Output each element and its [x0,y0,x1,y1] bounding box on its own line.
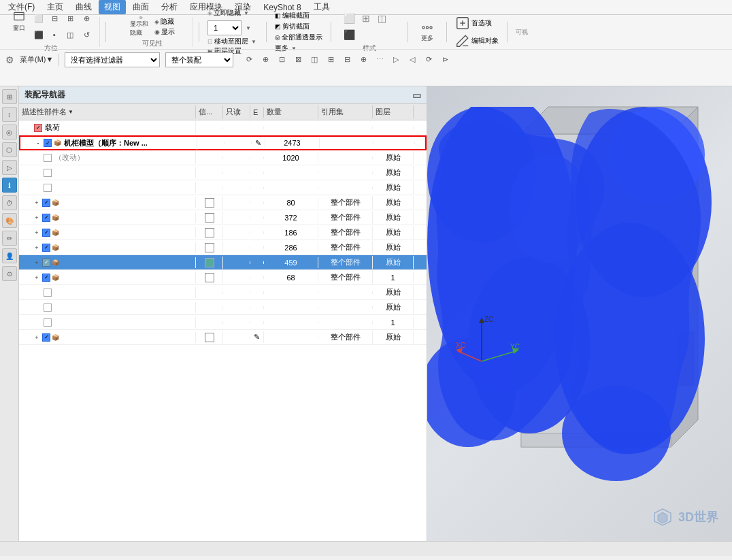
sidebar-icon-hex[interactable]: ⬡ [2,142,17,157]
cut-section-btn[interactable]: ◩ 剪切截面 [275,22,322,31]
checkbox-6[interactable]: ✓ [42,214,50,222]
tb-icon-3[interactable]: ⊡ [274,52,289,67]
tb-icon-11[interactable]: ◁ [405,52,420,67]
menu-surface[interactable]: 曲面 [127,0,154,14]
more-btn-2[interactable]: 更多 [416,21,438,43]
style-btn-1[interactable]: ⬜ [342,11,357,26]
layout-btn-4[interactable]: ⬛ [31,27,46,42]
sidebar-icon-clock[interactable]: ⏱ [2,195,17,210]
move-to-layer-btn[interactable]: ⊡ 移动至图层 ▼ [207,37,258,46]
table-row[interactable]: + ✓ 📦 372 整个部件 原始 [19,210,427,225]
show-btn[interactable]: ◉ 显示 [154,27,175,37]
style-btn-4[interactable]: ⬛ [342,27,357,42]
checkbox-0[interactable]: ✓ [34,124,42,132]
tb-icon-9[interactable]: ⋯ [372,52,387,67]
toggle-1[interactable]: - [34,139,42,147]
table-row[interactable]: + ✓ 📦 80 整个部件 原始 [19,195,427,210]
layout-btn-3[interactable]: ⊞ [63,11,78,26]
checkbox-2[interactable] [44,154,52,162]
sidebar-icon-palette[interactable]: 🎨 [2,213,17,228]
table-row[interactable]: + ✓ 📦 ✎ 整个部件 原始 [19,330,427,345]
tb-icon-13[interactable]: ⊳ [437,52,452,67]
checkbox-3[interactable] [44,169,52,177]
toggle-8[interactable]: + [33,244,41,252]
tb-icon-7[interactable]: ⊟ [339,52,354,67]
tb-icon-10[interactable]: ▷ [388,52,403,67]
sidebar-icon-resize[interactable]: ↕ [2,107,17,122]
sidebar-icon-pen[interactable]: ✏ [2,231,17,246]
first-choice-btn[interactable]: 首选项 [455,16,499,31]
table-row[interactable]: + ✓ 📦 186 整个部件 原始 [19,225,427,240]
table-row[interactable]: + ✓ 📦 286 整个部件 原始 [19,240,427,255]
window-button[interactable]: 窗口 [8,11,30,33]
sidebar-icon-person[interactable]: 👤 [2,248,17,263]
viewport[interactable]: ZC YC XC 3D世界 [427,86,732,541]
menu-analysis[interactable]: 分析 [156,0,183,14]
checkbox-14[interactable]: ✓ [42,333,50,342]
menu-view[interactable]: 视图 [99,0,126,14]
toggle-10[interactable]: + [33,274,41,282]
checkbox-11[interactable] [44,289,52,297]
view-btn-2[interactable]: ↺ [79,27,94,42]
all-transparent-btn[interactable]: ◎ 全部通透显示 [275,33,322,42]
tb-icon-6[interactable]: ⊞ [323,52,338,67]
navigator-close-btn[interactable]: ▭ [412,90,421,101]
tb-icon-4[interactable]: ⊠ [290,52,305,67]
sidebar-icon-circle[interactable]: ◎ [2,125,17,139]
table-row[interactable]: + ✓ 📦 68 整个部件 1 [19,270,427,285]
checkbox-7[interactable]: ✓ [42,229,50,237]
checkbox-9[interactable]: ✓ [42,259,50,267]
tb-icon-1[interactable]: ⟳ [242,52,256,67]
scope-dropdown[interactable]: 整个装配 仅装配 仅零件 [165,52,233,67]
layout-btn-6[interactable]: ◫ [63,27,78,42]
toggle-6[interactable]: + [33,214,41,222]
checkbox-10[interactable]: ✓ [42,274,50,282]
menu-m-label[interactable]: 菜单(M)▼ [20,54,53,65]
table-row[interactable]: （改动） 1020 原始 [19,150,427,165]
table-row[interactable]: 原始 [19,165,427,180]
table-row[interactable]: 原始 [19,180,427,195]
layout-btn-1[interactable]: ⬜ [31,11,46,26]
show-hide-btn[interactable]: 显示和隐藏 [130,16,152,37]
sidebar-icon-play[interactable]: ▷ [2,160,17,175]
edit-section-btn[interactable]: ◧ 编辑截面 [275,11,322,20]
layout-btn-5[interactable]: ▪ [47,27,62,42]
checkbox-8[interactable]: ✓ [42,244,50,252]
th-name-sort[interactable]: ▼ [68,109,73,115]
tb-icon-2[interactable]: ⊕ [258,52,273,67]
move-layer-arrow[interactable]: ▼ [250,37,258,46]
toggle-7[interactable]: + [33,229,41,237]
sidebar-icon-grid[interactable]: ⊞ [2,89,17,104]
num-arrow[interactable]: ▼ [244,24,252,33]
immediate-hide-btn[interactable]: ◈ 立即隐藏 ▼ [207,8,250,18]
tb-icon-8[interactable]: ⊕ [356,52,371,67]
toggle-0[interactable] [24,124,33,132]
table-row-highlighted[interactable]: - ✓ 📦 机柜模型（顺序：New ... ✎ 2473 [19,135,427,150]
checkbox-12[interactable] [44,303,52,312]
layout-btn-2[interactable]: ⊟ [47,11,62,26]
number-dropdown[interactable]: 1 [207,20,242,35]
toggle-9[interactable]: + [33,259,41,267]
style-btn-3[interactable]: ◫ [375,11,390,26]
table-row-selected[interactable]: + ✓ 📦 459 整个部件 原始 [19,255,427,270]
hide-btn[interactable]: ◈ 隐藏 [154,17,175,27]
view-btn-1[interactable]: ⊕ [79,11,94,26]
toggle-5[interactable]: + [33,199,41,207]
sidebar-icon-target[interactable]: ⊙ [2,266,17,281]
tb-icon-12[interactable]: ⟳ [421,52,436,67]
table-row[interactable]: ✓ 载荷 [19,120,427,135]
table-row[interactable]: 原始 [19,285,427,300]
checkbox-13[interactable] [44,318,52,327]
settings-icon[interactable]: ⚙ [5,54,14,65]
sidebar-icon-info[interactable]: ℹ [2,178,17,193]
tb-icon-5[interactable]: ◫ [307,52,322,67]
checkbox-5[interactable]: ✓ [42,199,50,207]
edit-object-btn[interactable]: 编辑对象 [455,33,499,48]
filter-dropdown[interactable]: 没有选择过滤器 [65,52,160,67]
table-row[interactable]: 1 [19,315,427,330]
toggle-14[interactable]: + [33,333,41,342]
checkbox-1[interactable]: ✓ [44,139,52,147]
table-row[interactable]: 原始 [19,300,427,315]
immediate-hide-arrow[interactable]: ▼ [242,9,250,18]
style-btn-2[interactable]: ⊞ [359,11,373,26]
